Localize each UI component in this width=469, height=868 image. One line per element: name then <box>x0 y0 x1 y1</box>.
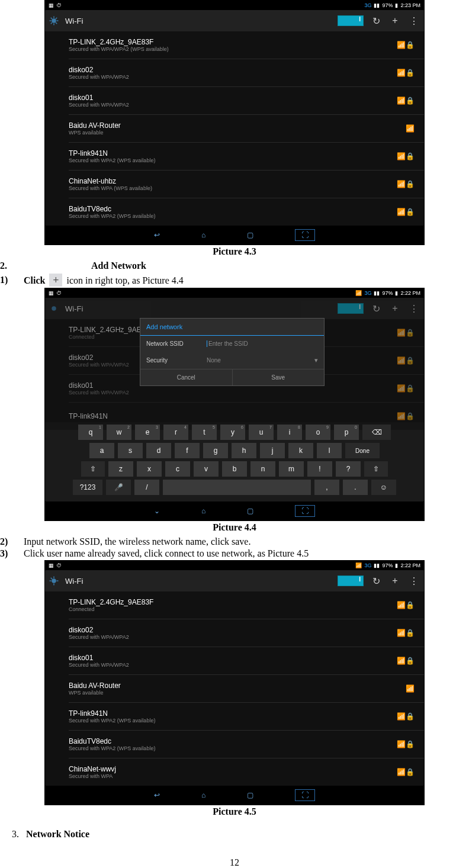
key-g[interactable]: g <box>203 443 228 458</box>
back-icon[interactable]: ↩ <box>154 231 160 239</box>
refresh-icon[interactable]: ↻ <box>370 576 383 587</box>
key-j[interactable]: j <box>260 443 285 458</box>
period-key[interactable]: . <box>343 480 368 495</box>
network-row[interactable]: TP-link941NSecured with WPA2 (WPS availa… <box>69 143 424 171</box>
network-row[interactable]: BaiduTV8edcSecured with WPA2 (WPS availa… <box>69 198 424 226</box>
key-o[interactable]: o9 <box>306 425 330 440</box>
emoji-key[interactable]: ☺ <box>371 480 396 495</box>
slash-key[interactable]: / <box>134 480 159 495</box>
backspace-key[interactable]: ⌫ <box>362 425 391 440</box>
home-icon[interactable]: ⌂ <box>201 231 205 239</box>
add-network-icon[interactable]: + <box>388 576 401 586</box>
space-key[interactable] <box>163 480 311 495</box>
network-row[interactable]: disko01Secured with WPA/WPA2📶🔒 <box>69 647 424 675</box>
key-![interactable]: ! <box>307 461 332 477</box>
shift-key[interactable]: ⇧ <box>81 461 105 477</box>
network-row[interactable]: ChinaNet-uhbzSecured with WPA (WPS avail… <box>69 171 424 198</box>
key-hint: 5 <box>213 425 215 429</box>
add-network-icon[interactable]: + <box>388 15 401 26</box>
menu-icon[interactable]: ⋮ <box>407 576 420 587</box>
back-icon[interactable]: ↩ <box>154 791 160 799</box>
screen-title: Wi-Fi <box>65 17 83 25</box>
cancel-button[interactable]: Cancel <box>140 369 232 385</box>
network-subtitle: Secured with WPA/WPA2 <box>69 390 129 396</box>
mic-key[interactable]: 🎤 <box>106 480 131 495</box>
key-x[interactable]: x <box>137 461 162 477</box>
network-row[interactable]: Baidu AV-RouterWPS available📶 <box>69 675 424 703</box>
recent-icon[interactable]: ▢ <box>247 791 253 799</box>
network-list: TP-LINK_2.4GHz_9AE83FConnected📶🔒disko02S… <box>45 591 424 786</box>
refresh-icon[interactable]: ↻ <box>370 15 383 27</box>
wifi-toggle[interactable] <box>338 303 364 314</box>
network-row[interactable]: ChinaNet-wwvjSecured with WPA📶🔒 <box>69 758 424 786</box>
done-key[interactable]: Done <box>345 443 380 458</box>
menu-icon[interactable]: ⋮ <box>407 303 420 314</box>
key-r[interactable]: r4 <box>163 425 188 440</box>
back-icon[interactable]: ⌄ <box>154 507 160 515</box>
key-t[interactable]: t5 <box>192 425 217 440</box>
notif-icon: ▦ <box>49 290 54 296</box>
wifi-toggle[interactable] <box>338 576 364 586</box>
network-row[interactable]: disko01Secured with WPA/WPA2📶🔒 <box>69 87 424 115</box>
key-s[interactable]: s <box>118 443 143 458</box>
key-v[interactable]: v <box>194 461 219 477</box>
shift-key[interactable]: ⇧ <box>364 461 388 477</box>
key-m[interactable]: m <box>279 461 304 477</box>
add-network-icon[interactable]: + <box>388 303 401 314</box>
mode-key[interactable]: ?123 <box>73 480 102 495</box>
key-n[interactable]: n <box>250 461 275 477</box>
network-row[interactable]: BaiduTV8edcSecured with WPA2 (WPS availa… <box>69 731 424 758</box>
security-label: Security <box>146 357 200 364</box>
screenshot-icon[interactable]: ⛶ <box>295 789 315 801</box>
key-hint: 0 <box>355 425 357 429</box>
key-p[interactable]: p0 <box>334 425 359 440</box>
network-row[interactable]: disko02Secured with WPA/WPA2📶🔒 <box>69 619 424 647</box>
network-row[interactable]: TP-LINK_2.4GHz_9AE83FConnected📶🔒 <box>69 591 424 619</box>
screenshot-icon[interactable]: ⛶ <box>295 505 315 517</box>
home-icon[interactable]: ⌂ <box>201 791 205 799</box>
wifi-lock-icon: 📶🔒 <box>397 740 415 748</box>
screenshot-icon[interactable]: ⛶ <box>295 229 315 241</box>
key-l[interactable]: l <box>317 443 342 458</box>
wifi-status-icon: 📶 <box>355 290 362 296</box>
key-i[interactable]: i8 <box>277 425 302 440</box>
comma-key[interactable]: , <box>314 480 339 495</box>
network-row[interactable]: TP-LINK_2.4GHz_9AE83FSecured with WPA/WP… <box>69 31 424 59</box>
save-button[interactable]: Save <box>232 369 325 385</box>
home-icon[interactable]: ⌂ <box>201 507 205 515</box>
network-ssid: disko01 <box>69 381 129 390</box>
step-2-num: 2) <box>0 536 24 547</box>
wifi-toggle[interactable] <box>338 15 364 26</box>
refresh-icon[interactable]: ↻ <box>370 303 383 314</box>
key-d[interactable]: d <box>146 443 171 458</box>
nav-bar: ↩ ⌂ ▢ ⛶ <box>45 786 424 805</box>
section-2-title: Add Network <box>91 261 146 271</box>
network-ssid: Baidu AV-Router <box>69 681 121 690</box>
recent-icon[interactable]: ▢ <box>247 507 253 515</box>
network-row[interactable]: TP-link941NSecured with WPA2 (WPS availa… <box>69 703 424 731</box>
key-w[interactable]: w2 <box>107 425 131 440</box>
wifi-lock-icon: 📶🔒 <box>397 629 415 637</box>
key-?[interactable]: ? <box>336 461 361 477</box>
network-subtitle: Secured with WPA2 (WPS available) <box>69 213 155 219</box>
key-u[interactable]: u7 <box>249 425 274 440</box>
wifi-lock-icon: 📶🔒 <box>397 208 415 216</box>
key-k[interactable]: k <box>288 443 313 458</box>
key-e[interactable]: e3 <box>135 425 160 440</box>
key-a[interactable]: a <box>89 443 114 458</box>
key-c[interactable]: c <box>165 461 190 477</box>
network-row[interactable]: Baidu AV-RouterWPS available📶 <box>69 115 424 143</box>
security-dropdown[interactable]: None <box>207 357 307 364</box>
menu-icon[interactable]: ⋮ <box>407 15 420 27</box>
key-f[interactable]: f <box>175 443 200 458</box>
key-h[interactable]: h <box>232 443 256 458</box>
key-y[interactable]: y6 <box>220 425 245 440</box>
key-b[interactable]: b <box>222 461 247 477</box>
key-z[interactable]: z <box>108 461 133 477</box>
recent-icon[interactable]: ▢ <box>247 231 253 239</box>
key-q[interactable]: q1 <box>78 425 103 440</box>
ssid-input[interactable]: Enter the SSID <box>207 340 318 347</box>
network-row[interactable]: disko02Secured with WPA/WPA2📶🔒 <box>69 59 424 87</box>
wifi-lock-icon: 📶🔒 <box>397 384 415 393</box>
wifi-lock-icon: 📶🔒 <box>397 412 415 420</box>
